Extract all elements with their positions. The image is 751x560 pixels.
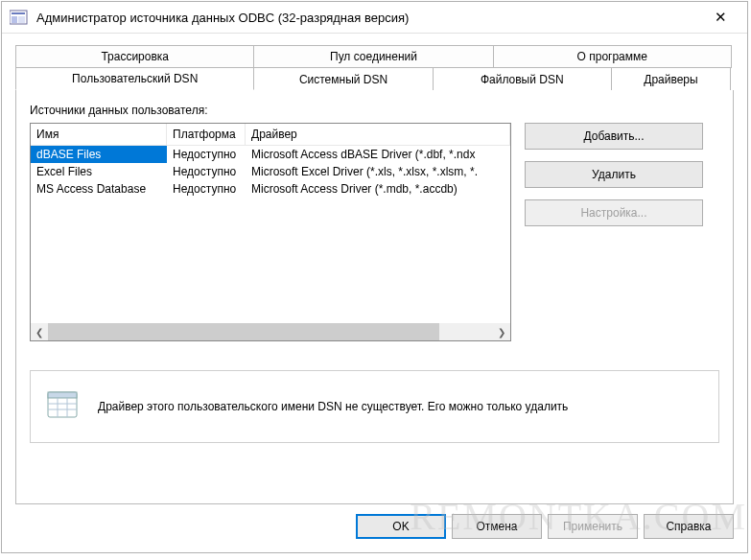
scroll-track[interactable]: [48, 323, 493, 340]
tab-system-dsn[interactable]: Системный DSN: [253, 67, 433, 90]
scroll-left-arrow-icon[interactable]: ❮: [31, 323, 48, 340]
svg-rect-3: [18, 16, 25, 23]
ok-button[interactable]: OK: [356, 514, 446, 539]
column-platform[interactable]: Платформа: [167, 124, 246, 146]
cancel-button[interactable]: Отмена: [452, 514, 542, 539]
column-name[interactable]: Имя: [31, 124, 167, 146]
side-button-group: Добавить... Удалить Настройка...: [525, 123, 703, 341]
svg-rect-5: [48, 392, 77, 398]
cell-name: dBASE Files: [31, 146, 167, 163]
scroll-right-arrow-icon[interactable]: ❯: [493, 323, 510, 340]
cell-driver: Microsoft Excel Driver (*.xls, *.xlsx, *…: [246, 163, 510, 180]
user-dsn-panel: Источники данных пользователя: Имя Платф…: [15, 90, 734, 504]
help-button[interactable]: Справка: [644, 514, 734, 539]
close-button[interactable]: ✕: [701, 3, 739, 32]
apply-button: Применить: [548, 514, 638, 539]
content-area: Трассировка Пул соединений О программе П…: [2, 34, 747, 504]
cell-name: MS Access Database: [31, 180, 167, 198]
cell-platform: Недоступно: [167, 163, 246, 180]
tab-strip: Трассировка Пул соединений О программе П…: [15, 45, 734, 90]
add-button[interactable]: Добавить...: [525, 123, 703, 150]
list-item[interactable]: MS Access Database Недоступно Microsoft …: [31, 180, 510, 198]
scroll-thumb[interactable]: [48, 323, 439, 340]
cell-platform: Недоступно: [167, 180, 246, 198]
configure-button: Настройка...: [525, 199, 703, 226]
sources-label: Источники данных пользователя:: [30, 104, 719, 117]
tab-file-dsn[interactable]: Файловый DSN: [433, 67, 612, 90]
tab-tracing[interactable]: Трассировка: [15, 45, 254, 68]
svg-rect-1: [12, 12, 25, 14]
horizontal-scrollbar[interactable]: ❮ ❯: [31, 323, 510, 340]
column-driver[interactable]: Драйвер: [246, 124, 510, 146]
info-panel: Драйвер этого пользовательского имени DS…: [30, 370, 719, 443]
tab-connection-pooling[interactable]: Пул соединений: [253, 45, 493, 68]
cell-driver: Microsoft Access dBASE Driver (*.dbf, *.…: [246, 146, 510, 163]
info-text: Драйвер этого пользовательского имени DS…: [98, 399, 568, 415]
window-title: Администратор источника данных ODBC (32-…: [36, 11, 701, 25]
listview-header[interactable]: Имя Платформа Драйвер: [31, 124, 510, 146]
svg-rect-2: [12, 16, 17, 23]
cell-driver: Microsoft Access Driver (*.mdb, *.accdb): [246, 180, 510, 198]
odbc-admin-window: Администратор источника данных ODBC (32-…: [1, 1, 748, 553]
tab-drivers[interactable]: Драйверы: [611, 67, 731, 90]
dialog-footer: OK Отмена Применить Справка: [2, 504, 747, 548]
dsn-listview[interactable]: Имя Платформа Драйвер dBASE Files Недост…: [30, 123, 511, 341]
remove-button[interactable]: Удалить: [525, 161, 703, 188]
list-item[interactable]: Excel Files Недоступно Microsoft Excel D…: [31, 163, 510, 180]
cell-name: Excel Files: [31, 163, 167, 180]
list-item[interactable]: dBASE Files Недоступно Microsoft Access …: [31, 146, 510, 163]
datasheet-icon: [44, 390, 82, 423]
listview-body: dBASE Files Недоступно Microsoft Access …: [31, 146, 510, 323]
titlebar[interactable]: Администратор источника данных ODBC (32-…: [2, 2, 747, 34]
tab-user-dsn[interactable]: Пользовательский DSN: [15, 67, 254, 90]
tab-about[interactable]: О программе: [493, 45, 732, 68]
app-icon: [10, 9, 29, 26]
cell-platform: Недоступно: [167, 146, 246, 163]
